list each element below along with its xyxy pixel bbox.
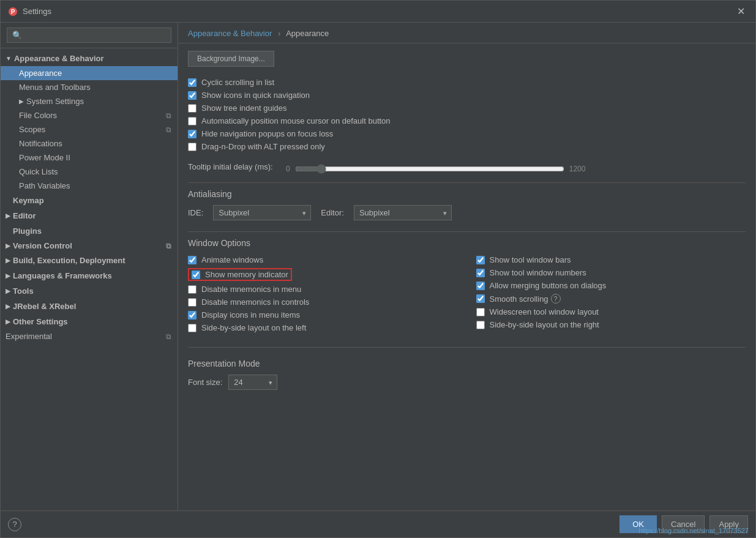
disable-mnemonics-controls-row: Disable mnemonics in controls [188, 297, 458, 307]
window-options-grid: Animate windows Show memory indicator [188, 255, 746, 336]
show-icons-nav-checkbox[interactable] [188, 91, 196, 100]
font-size-select-wrapper: 16 18 20 24 28 32 [228, 375, 277, 390]
animate-windows-row: Animate windows [188, 255, 458, 264]
sidebar-item-build-execution[interactable]: ▶ Build, Execution, Deployment [1, 253, 178, 268]
sidebar-item-file-colors[interactable]: File Colors ⧉ [1, 108, 178, 122]
side-by-side-right-label[interactable]: Side-by-side layout on the right [490, 320, 599, 329]
sidebar-item-other-settings[interactable]: ▶ Other Settings [1, 314, 178, 329]
antialiasing-row: IDE: No antialiasing Greyscale Subpixel … [188, 205, 746, 220]
sidebar-item-scopes[interactable]: Scopes ⧉ [1, 122, 178, 136]
show-tree-indent-checkbox[interactable] [188, 104, 196, 113]
search-input[interactable] [7, 28, 171, 43]
apply-button[interactable]: Apply [709, 515, 748, 533]
disable-mnemonics-menu-checkbox[interactable] [188, 285, 196, 294]
tooltip-slider[interactable] [295, 164, 564, 174]
disable-mnemonics-controls-label[interactable]: Disable mnemonics in controls [201, 297, 309, 307]
window-options-right: Show tool window bars Show tool window n… [476, 255, 746, 336]
editor-antialiasing-select[interactable]: No antialiasing Greyscale Subpixel [354, 205, 452, 220]
drag-n-drop-row: Drag-n-Drop with ALT pressed only [188, 142, 746, 151]
smooth-scrolling-help-icon[interactable]: ? [551, 294, 561, 304]
sidebar-item-editor[interactable]: ▶ Editor [1, 208, 178, 223]
allow-merging-buttons-label[interactable]: Allow merging buttons on dialogs [490, 281, 607, 290]
show-tool-bars-label[interactable]: Show tool window bars [490, 255, 571, 264]
show-memory-label[interactable]: Show memory indicator [205, 270, 288, 279]
animate-windows-label[interactable]: Animate windows [201, 255, 263, 264]
show-tool-numbers-row: Show tool window numbers [476, 268, 746, 277]
disable-mnemonics-controls-checkbox[interactable] [188, 298, 196, 307]
sidebar-item-appearance[interactable]: Appearance [1, 66, 178, 80]
presentation-mode-section: Presentation Mode Font size: 16 18 20 24… [188, 359, 746, 390]
widescreen-layout-checkbox[interactable] [476, 308, 485, 316]
hide-nav-popups-label[interactable]: Hide navigation popups on focus loss [201, 129, 333, 138]
show-memory-highlight: Show memory indicator [188, 268, 292, 281]
cyclic-scroll-row: Cyclic scrolling in list [188, 78, 746, 87]
disable-mnemonics-menu-label[interactable]: Disable mnemonics in menu [201, 285, 301, 294]
show-tool-bars-checkbox[interactable] [476, 256, 485, 264]
show-tool-bars-row: Show tool window bars [476, 255, 746, 264]
sidebar-item-power-mode[interactable]: Power Mode II [1, 151, 178, 165]
ide-antialiasing-select[interactable]: No antialiasing Greyscale Subpixel [213, 205, 311, 220]
help-button[interactable]: ? [8, 518, 21, 531]
cyclic-scroll-checkbox[interactable] [188, 78, 196, 87]
sidebar-item-appearance-behavior[interactable]: ▼ Appearance & Behavior [1, 51, 178, 66]
antialiasing-section: Antialiasing IDE: No antialiasing Greysc… [188, 189, 746, 220]
font-size-select[interactable]: 16 18 20 24 28 32 [228, 375, 277, 390]
show-tool-numbers-checkbox[interactable] [476, 269, 485, 277]
show-tool-numbers-label[interactable]: Show tool window numbers [490, 268, 586, 277]
editor-label: Editor: [321, 208, 344, 217]
sidebar-item-languages-frameworks[interactable]: ▶ Languages & Frameworks [1, 268, 178, 283]
expand-arrow-lang: ▶ [6, 272, 10, 279]
smooth-scrolling-label[interactable]: Smooth scrolling [490, 294, 548, 304]
window-title: Settings [23, 7, 733, 16]
show-icons-nav-label[interactable]: Show icons in quick navigation [201, 91, 310, 100]
side-by-side-left-label[interactable]: Side-by-side layout on the left [201, 323, 306, 332]
font-size-label: Font size: [188, 378, 222, 387]
cancel-button[interactable]: Cancel [662, 515, 705, 533]
hide-nav-popups-checkbox[interactable] [188, 130, 196, 138]
sidebar-item-experimental[interactable]: Experimental ⧉ [1, 329, 178, 343]
side-by-side-left-checkbox[interactable] [188, 324, 196, 332]
ide-select-wrapper: No antialiasing Greyscale Subpixel [213, 205, 311, 220]
sidebar-item-menus-toolbars[interactable]: Menus and Toolbars [1, 80, 178, 94]
settings-window: P Settings ✕ ▼ Appearance & Behavior App… [0, 0, 756, 538]
sidebar-item-keymap[interactable]: ▶ Keymap [1, 193, 178, 208]
background-image-section: Background Image... [188, 51, 746, 67]
widescreen-layout-label[interactable]: Widescreen tool window layout [490, 307, 599, 316]
ok-button[interactable]: OK [619, 515, 657, 533]
sidebar-item-system-settings[interactable]: ▶ System Settings [1, 94, 178, 108]
search-box [1, 23, 178, 48]
sidebar-item-plugins[interactable]: ▶ Plugins [1, 223, 178, 239]
window-options-section: Window Options Animate windows [188, 238, 746, 336]
sidebar-item-notifications[interactable]: Notifications [1, 136, 178, 151]
titlebar: P Settings ✕ [1, 1, 755, 23]
show-tree-indent-label[interactable]: Show tree indent guides [201, 103, 286, 113]
right-panel: Appearance & Behavior › Appearance Backg… [178, 23, 755, 510]
smooth-scrolling-checkbox[interactable] [476, 294, 485, 303]
side-by-side-right-checkbox[interactable] [476, 321, 485, 329]
show-memory-checkbox[interactable] [192, 271, 200, 279]
sidebar-item-jrebel[interactable]: ▶ JRebel & XRebel [1, 299, 178, 314]
background-image-button[interactable]: Background Image... [188, 51, 274, 67]
sidebar-item-path-variables[interactable]: Path Variables [1, 179, 178, 193]
expand-arrow-jrebel: ▶ [6, 303, 10, 310]
drag-n-drop-label[interactable]: Drag-n-Drop with ALT pressed only [201, 142, 325, 151]
breadcrumb-separator: › [278, 29, 280, 38]
sidebar-item-version-control[interactable]: ▶ Version Control ⧉ [1, 239, 178, 253]
bottom-bar: ? OK Cancel Apply [1, 510, 755, 537]
allow-merging-buttons-checkbox[interactable] [476, 282, 485, 290]
sidebar-item-tools[interactable]: ▶ Tools [1, 283, 178, 299]
auto-position-mouse-label[interactable]: Automatically position mouse cursor on d… [201, 116, 391, 125]
display-icons-menu-checkbox[interactable] [188, 311, 196, 319]
close-button[interactable]: ✕ [733, 4, 748, 19]
divider-antialiasing [188, 182, 746, 183]
sidebar-item-quick-lists[interactable]: Quick Lists [1, 165, 178, 179]
drag-n-drop-checkbox[interactable] [188, 143, 196, 151]
breadcrumb-parent[interactable]: Appearance & Behavior [188, 29, 272, 38]
ide-label: IDE: [188, 208, 203, 217]
nav-tree: ▼ Appearance & Behavior Appearance Menus… [1, 48, 178, 510]
cyclic-scroll-label[interactable]: Cyclic scrolling in list [201, 78, 274, 87]
auto-position-mouse-checkbox[interactable] [188, 117, 196, 125]
animate-windows-checkbox[interactable] [188, 256, 196, 264]
expand-arrow-editor: ▶ [6, 212, 10, 219]
display-icons-menu-label[interactable]: Display icons in menu items [201, 310, 300, 319]
